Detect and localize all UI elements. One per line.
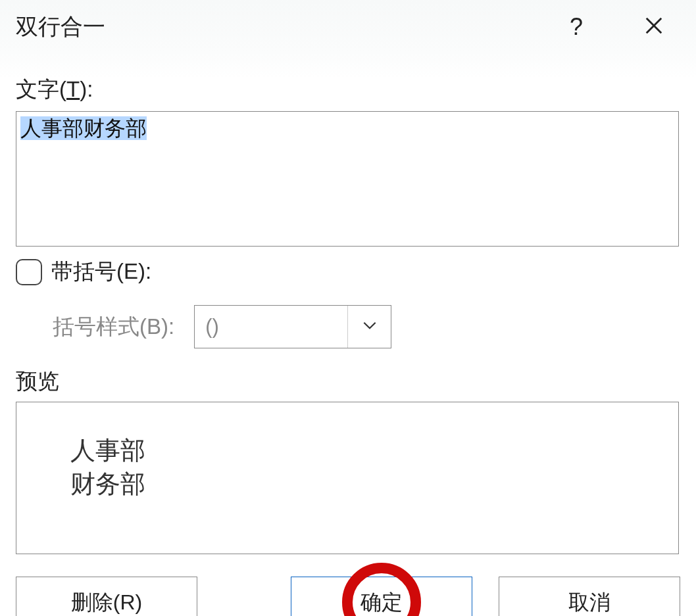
enclose-brackets-row: 带括号(E): (16, 257, 680, 287)
enclose-brackets-checkbox[interactable] (16, 259, 42, 285)
two-lines-in-one-dialog: 双行合一 ? 文字(T): 人事部财务部 带括号(E): 括号样式(B): () (0, 0, 696, 616)
close-icon (644, 16, 664, 38)
combobox-arrow[interactable] (347, 306, 391, 348)
preview-label: 预览 (16, 367, 680, 396)
title-bar: 双行合一 ? (16, 9, 680, 45)
close-button[interactable] (638, 11, 670, 43)
bracket-style-label: 括号样式(B): (53, 312, 174, 342)
text-label: 文字(T): (16, 75, 680, 105)
preview-box: 人事部 财务部 (16, 402, 679, 554)
dialog-title: 双行合一 (16, 12, 560, 42)
ok-button[interactable]: 确定 (291, 577, 472, 616)
bracket-style-combobox[interactable]: () (194, 305, 391, 348)
enclose-brackets-label: 带括号(E): (51, 257, 151, 287)
remove-button[interactable]: 删除(R) (16, 577, 197, 616)
cancel-button[interactable]: 取消 (499, 577, 680, 616)
text-input-value: 人事部财务部 (20, 116, 147, 140)
preview-line-2: 财务部 (70, 467, 678, 501)
button-row: 删除(R) 确定 取消 (16, 577, 680, 616)
bracket-style-row: 括号样式(B): () (53, 305, 680, 348)
bracket-style-value: () (195, 315, 347, 339)
chevron-down-icon (361, 317, 378, 337)
help-button[interactable]: ? (560, 13, 592, 41)
preview-line-1: 人事部 (70, 434, 678, 467)
text-input[interactable]: 人事部财务部 (16, 111, 679, 247)
